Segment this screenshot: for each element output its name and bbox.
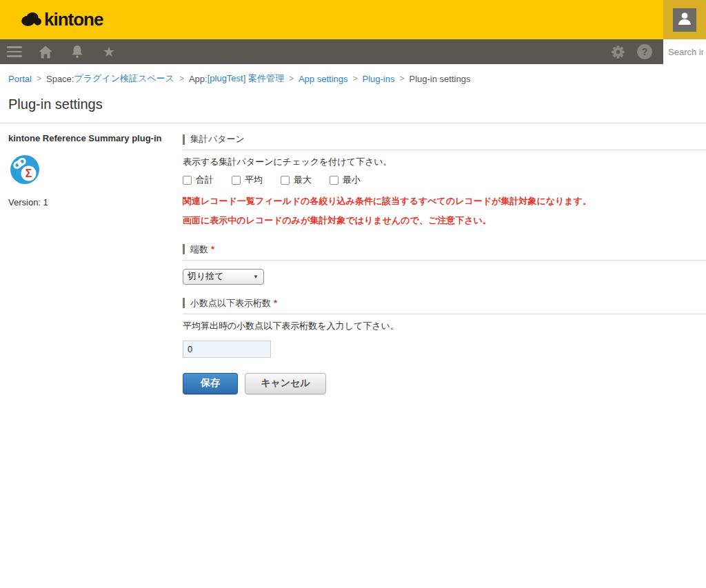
checkbox-max-box[interactable] — [281, 176, 290, 185]
cloud-logo-icon — [21, 10, 41, 30]
checkbox-average[interactable]: 平均 — [232, 174, 263, 186]
breadcrumb-space-prefix: Space: — [46, 74, 74, 84]
checkbox-sum[interactable]: 合計 — [183, 174, 214, 186]
breadcrumb-current: Plug-in settings — [410, 74, 471, 84]
checkbox-average-box[interactable] — [232, 176, 241, 185]
decimal-digits-input[interactable] — [183, 341, 271, 358]
home-icon[interactable] — [37, 43, 54, 60]
plugin-version: Version: 1 — [8, 197, 183, 207]
checkbox-average-label: 平均 — [245, 174, 263, 186]
chevron-down-icon: ▼ — [253, 274, 259, 280]
save-button[interactable]: 保存 — [183, 373, 238, 394]
checkbox-min-label: 最小 — [343, 174, 361, 186]
section-title-pattern: 集計パターン — [190, 133, 245, 145]
section-bar — [183, 134, 185, 145]
section-bar — [183, 298, 185, 308]
breadcrumb-separator: > — [399, 74, 404, 83]
section-header-pattern: 集計パターン — [183, 133, 706, 150]
plugin-name: kintone Reference Summary plug-in — [8, 133, 183, 143]
breadcrumb: Portal > Space: プラグイン検証スペース > App: [plug… — [0, 64, 706, 85]
section-header-decimal: 小数点以下表示桁数 * — [183, 297, 706, 314]
breadcrumb-separator: > — [179, 74, 184, 83]
content-area: kintone Reference Summary plug-in Σ Vers… — [0, 133, 706, 394]
menu-hamburger-icon[interactable] — [7, 43, 22, 60]
decimal-section: 小数点以下表示桁数 * 平均算出時の小数点以下表示桁数を入力して下さい。 — [183, 297, 706, 358]
breadcrumb-app-prefix: App: — [189, 74, 208, 84]
checkbox-max[interactable]: 最大 — [281, 174, 312, 186]
checkbox-sum-box[interactable] — [183, 176, 192, 185]
help-icon[interactable]: ? — [637, 44, 652, 59]
page-title: Plug-in settings — [8, 97, 706, 112]
page-divider — [0, 123, 706, 123]
notification-bell-icon[interactable] — [69, 43, 85, 60]
section-bar — [183, 244, 185, 254]
rounding-section: 端数 * 切り捨て ▼ — [183, 243, 706, 285]
kintone-logo[interactable]: kintone — [21, 9, 103, 30]
logo-wordmark: kintone — [44, 9, 103, 30]
person-icon — [676, 10, 693, 30]
checkbox-min[interactable]: 最小 — [330, 174, 361, 186]
breadcrumb-separator: > — [37, 74, 41, 83]
breadcrumb-plugins-link[interactable]: Plug-ins — [363, 74, 395, 84]
user-menu-panel — [663, 0, 706, 39]
section-title-decimal: 小数点以下表示桁数 — [190, 297, 271, 310]
required-asterisk: * — [211, 244, 214, 254]
warning-line-1: 関連レコード一覧フィールドの各絞り込み条件に該当するすべてのレコードが集計対象に… — [183, 194, 706, 209]
breadcrumb-space-link[interactable]: プラグイン検証スペース — [74, 72, 174, 85]
rounding-selected-value: 切り捨て — [188, 270, 224, 283]
rounding-select[interactable]: 切り捨て ▼ — [183, 269, 264, 285]
checkbox-min-box[interactable] — [330, 176, 339, 185]
plugin-info-sidebar: kintone Reference Summary plug-in Σ Vers… — [0, 133, 183, 394]
section-header-rounding: 端数 * — [183, 243, 706, 261]
app-header: kintone — [0, 0, 706, 39]
section-title-rounding: 端数 — [190, 243, 208, 256]
plugin-icon: Σ — [10, 154, 183, 187]
pattern-instruction: 表示する集計パターンにチェックを付けて下さい。 — [183, 156, 706, 168]
breadcrumb-portal-link[interactable]: Portal — [8, 74, 32, 84]
settings-gear-icon[interactable] — [609, 43, 626, 60]
global-toolbar: ★ ? — [0, 39, 706, 64]
checkbox-max-label: 最大 — [294, 174, 312, 186]
plugin-settings-form: 集計パターン 表示する集計パターンにチェックを付けて下さい。 合計 平均 最大 … — [183, 133, 706, 394]
warning-line-2: 画面に表示中のレコードのみが集計対象ではりませんので、ご注意下さい。 — [183, 214, 706, 228]
search-input[interactable] — [663, 39, 706, 64]
breadcrumb-app-link[interactable]: [plugTest] 案件管理 — [208, 72, 284, 85]
breadcrumb-separator: > — [289, 74, 294, 83]
checkbox-sum-label: 合計 — [196, 174, 214, 186]
favorites-star-icon[interactable]: ★ — [101, 43, 117, 60]
sigma-icon: Σ — [26, 168, 32, 179]
cancel-button[interactable]: キャンセル — [245, 373, 326, 394]
warning-block: 関連レコード一覧フィールドの各絞り込み条件に該当するすべてのレコードが集計対象に… — [183, 194, 706, 228]
required-asterisk: * — [274, 298, 277, 308]
breadcrumb-app-settings-link[interactable]: App settings — [299, 74, 348, 84]
decimal-instruction: 平均算出時の小数点以下表示桁数を入力して下さい。 — [183, 320, 706, 332]
breadcrumb-separator: > — [353, 74, 358, 83]
pattern-checkbox-row: 合計 平均 最大 最小 — [183, 174, 706, 186]
avatar[interactable] — [673, 8, 696, 32]
form-actions: 保存 キャンセル — [183, 373, 706, 394]
